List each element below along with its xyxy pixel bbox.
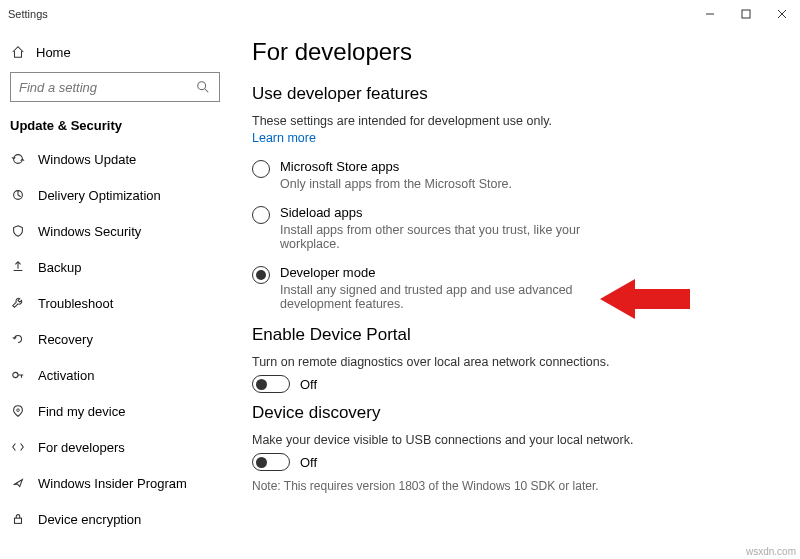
wrench-icon bbox=[10, 295, 26, 311]
radio-icon bbox=[252, 266, 270, 284]
radio-label: Sideload apps bbox=[280, 205, 600, 220]
maximize-button[interactable] bbox=[728, 0, 764, 28]
backup-icon bbox=[10, 259, 26, 275]
discovery-heading: Device discovery bbox=[252, 403, 778, 423]
nav-label: Find my device bbox=[38, 404, 125, 419]
nav-troubleshoot[interactable]: Troubleshoot bbox=[4, 285, 226, 321]
nav-label: Windows Security bbox=[38, 224, 141, 239]
nav-label: Backup bbox=[38, 260, 81, 275]
callout-arrow-icon bbox=[600, 274, 690, 324]
discovery-toggle-state: Off bbox=[300, 455, 317, 470]
portal-toggle-state: Off bbox=[300, 377, 317, 392]
recovery-icon bbox=[10, 331, 26, 347]
search-icon bbox=[195, 79, 211, 95]
code-icon bbox=[10, 439, 26, 455]
nav-insider-program[interactable]: Windows Insider Program bbox=[4, 465, 226, 501]
nav-device-encryption[interactable]: Device encryption bbox=[4, 501, 226, 537]
portal-heading: Enable Device Portal bbox=[252, 325, 778, 345]
svg-line-5 bbox=[205, 89, 209, 93]
portal-desc: Turn on remote diagnostics over local ar… bbox=[252, 355, 778, 369]
radio-sub: Install any signed and trusted app and u… bbox=[280, 283, 600, 311]
nav-label: For developers bbox=[38, 440, 125, 455]
lock-icon bbox=[10, 511, 26, 527]
nav-find-my-device[interactable]: Find my device bbox=[4, 393, 226, 429]
nav-label: Troubleshoot bbox=[38, 296, 113, 311]
radio-label: Microsoft Store apps bbox=[280, 159, 512, 174]
page-title: For developers bbox=[252, 38, 778, 66]
svg-point-4 bbox=[198, 82, 206, 90]
portal-toggle[interactable] bbox=[252, 375, 290, 393]
window-title: Settings bbox=[8, 8, 48, 20]
nav-activation[interactable]: Activation bbox=[4, 357, 226, 393]
nav-label: Device encryption bbox=[38, 512, 141, 527]
nav-label: Delivery Optimization bbox=[38, 188, 161, 203]
sync-icon bbox=[10, 151, 26, 167]
radio-sideload[interactable]: Sideload apps Install apps from other so… bbox=[252, 205, 778, 251]
nav-windows-update[interactable]: Windows Update bbox=[4, 141, 226, 177]
radio-icon bbox=[252, 160, 270, 178]
close-button[interactable] bbox=[764, 0, 800, 28]
svg-marker-10 bbox=[600, 279, 690, 319]
home-icon bbox=[10, 44, 26, 60]
content-pane: For developers Use developer features Th… bbox=[230, 28, 800, 559]
discovery-toggle[interactable] bbox=[252, 453, 290, 471]
nav-windows-security[interactable]: Windows Security bbox=[4, 213, 226, 249]
radio-label: Developer mode bbox=[280, 265, 600, 280]
nav-recovery[interactable]: Recovery bbox=[4, 321, 226, 357]
shield-icon bbox=[10, 223, 26, 239]
minimize-button[interactable] bbox=[692, 0, 728, 28]
nav-delivery-optimization[interactable]: Delivery Optimization bbox=[4, 177, 226, 213]
svg-point-8 bbox=[17, 409, 20, 412]
svg-rect-9 bbox=[15, 518, 22, 523]
window-controls bbox=[692, 0, 800, 28]
section-header: Update & Security bbox=[4, 114, 226, 141]
location-icon bbox=[10, 403, 26, 419]
nav-for-developers[interactable]: For developers bbox=[4, 429, 226, 465]
nav-label: Windows Update bbox=[38, 152, 136, 167]
radio-icon bbox=[252, 206, 270, 224]
radio-developer-mode[interactable]: Developer mode Install any signed and tr… bbox=[252, 265, 778, 311]
watermark: wsxdn.com bbox=[746, 546, 796, 557]
nav-label: Recovery bbox=[38, 332, 93, 347]
svg-point-7 bbox=[13, 372, 18, 377]
nav-backup[interactable]: Backup bbox=[4, 249, 226, 285]
radio-store-apps[interactable]: Microsoft Store apps Only install apps f… bbox=[252, 159, 778, 191]
svg-rect-1 bbox=[742, 10, 750, 18]
key-icon bbox=[10, 367, 26, 383]
search-box[interactable] bbox=[10, 72, 220, 102]
features-heading: Use developer features bbox=[252, 84, 778, 104]
nav-label: Windows Insider Program bbox=[38, 476, 187, 491]
features-desc: These settings are intended for developm… bbox=[252, 114, 778, 128]
home-button[interactable]: Home bbox=[4, 36, 226, 68]
titlebar: Settings bbox=[0, 0, 800, 28]
learn-more-link[interactable]: Learn more bbox=[252, 131, 316, 145]
sidebar: Home Update & Security Windows Update De… bbox=[0, 28, 230, 559]
radio-sub: Install apps from other sources that you… bbox=[280, 223, 600, 251]
home-label: Home bbox=[36, 45, 71, 60]
discovery-desc: Make your device visible to USB connecti… bbox=[252, 433, 778, 447]
optimize-icon bbox=[10, 187, 26, 203]
discovery-note: Note: This requires version 1803 of the … bbox=[252, 479, 778, 493]
nav-label: Activation bbox=[38, 368, 94, 383]
search-input[interactable] bbox=[19, 80, 189, 95]
flight-icon bbox=[10, 475, 26, 491]
radio-sub: Only install apps from the Microsoft Sto… bbox=[280, 177, 512, 191]
